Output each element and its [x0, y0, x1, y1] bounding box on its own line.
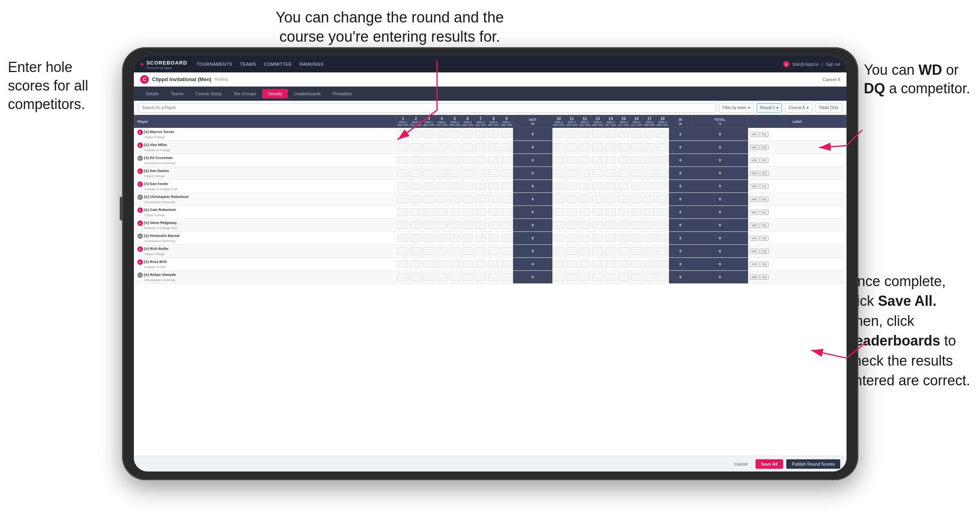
wd-button[interactable]: WD [750, 197, 759, 202]
score-input[interactable] [501, 234, 512, 242]
hole-11-score[interactable] [565, 167, 578, 180]
wd-button[interactable]: WD [750, 171, 759, 176]
score-input[interactable] [410, 169, 421, 177]
hole-11-score[interactable] [565, 128, 578, 141]
hole-18-score[interactable] [656, 180, 669, 193]
hole-16-score[interactable] [630, 206, 643, 219]
hole-9-score[interactable] [500, 154, 513, 167]
cancel-action-button[interactable]: Cancel [730, 459, 752, 469]
wd-button[interactable]: WD [750, 158, 759, 163]
hole-12-score[interactable] [578, 258, 591, 271]
score-input[interactable] [397, 143, 408, 151]
score-input[interactable] [618, 169, 629, 177]
hole-10-score[interactable] [552, 141, 565, 154]
score-input[interactable] [592, 273, 603, 281]
score-input[interactable] [553, 221, 564, 229]
score-input[interactable] [436, 130, 447, 138]
score-input[interactable] [657, 247, 668, 255]
score-input[interactable] [397, 130, 408, 138]
score-input[interactable] [657, 260, 668, 268]
nav-committee[interactable]: COMMITTEE [264, 62, 292, 67]
hole-3-score[interactable] [422, 180, 435, 193]
hole-17-score[interactable] [643, 206, 656, 219]
score-input[interactable] [644, 273, 655, 281]
hole-7-score[interactable] [474, 167, 487, 180]
hole-16-score[interactable] [630, 180, 643, 193]
score-input[interactable] [462, 221, 473, 229]
hole-15-score[interactable] [617, 154, 630, 167]
score-input[interactable] [618, 143, 629, 151]
hole-3-score[interactable] [422, 193, 435, 206]
score-input[interactable] [488, 169, 499, 177]
score-input[interactable] [423, 195, 434, 203]
hole-9-score[interactable] [500, 193, 513, 206]
score-input[interactable] [488, 208, 499, 216]
score-input[interactable] [501, 273, 512, 281]
hole-10-score[interactable] [552, 219, 565, 232]
score-input[interactable] [644, 234, 655, 242]
score-input[interactable] [449, 221, 460, 229]
hole-17-score[interactable] [643, 141, 656, 154]
hole-12-score[interactable] [578, 128, 591, 141]
hole-4-score[interactable] [435, 167, 448, 180]
hole-17-score[interactable] [643, 180, 656, 193]
dq-button[interactable]: DQ [760, 262, 769, 267]
score-input[interactable] [475, 260, 486, 268]
hole-8-score[interactable] [487, 206, 500, 219]
hole-14-score[interactable] [604, 141, 617, 154]
dq-button[interactable]: DQ [760, 275, 769, 280]
score-input[interactable] [579, 156, 590, 164]
hole-9-score[interactable] [500, 271, 513, 284]
score-input[interactable] [436, 221, 447, 229]
score-input[interactable] [501, 260, 512, 268]
hole-13-score[interactable] [591, 232, 604, 245]
wd-button[interactable]: WD [750, 184, 759, 189]
score-input[interactable] [488, 130, 499, 138]
score-input[interactable] [566, 234, 577, 242]
score-input[interactable] [488, 143, 499, 151]
score-input[interactable] [631, 208, 642, 216]
score-input[interactable] [488, 195, 499, 203]
score-input[interactable] [631, 273, 642, 281]
score-input[interactable] [644, 260, 655, 268]
score-input[interactable] [566, 247, 577, 255]
tab-details[interactable]: Details [140, 89, 165, 98]
hole-10-score[interactable] [552, 258, 565, 271]
hole-14-score[interactable] [604, 258, 617, 271]
score-input[interactable] [605, 260, 616, 268]
score-input[interactable] [397, 156, 408, 164]
dq-button[interactable]: DQ [760, 171, 769, 176]
score-input[interactable] [410, 247, 421, 255]
hole-13-score[interactable] [591, 245, 604, 258]
hole-10-score[interactable] [552, 271, 565, 284]
hole-17-score[interactable] [643, 154, 656, 167]
score-input[interactable] [423, 234, 434, 242]
score-input[interactable] [618, 221, 629, 229]
score-input[interactable] [449, 208, 460, 216]
hole-2-score[interactable] [409, 206, 422, 219]
dq-button[interactable]: DQ [760, 249, 769, 254]
hole-8-score[interactable] [487, 180, 500, 193]
hole-7-score[interactable] [474, 206, 487, 219]
hole-1-score[interactable] [396, 128, 409, 141]
hole-6-score[interactable] [461, 167, 474, 180]
score-input[interactable] [592, 195, 603, 203]
hole-10-score[interactable] [552, 245, 565, 258]
score-input[interactable] [410, 130, 421, 138]
hole-9-score[interactable] [500, 128, 513, 141]
hole-8-score[interactable] [487, 245, 500, 258]
hole-5-score[interactable] [448, 141, 461, 154]
score-input[interactable] [501, 208, 512, 216]
hole-16-score[interactable] [630, 271, 643, 284]
hole-10-score[interactable] [552, 154, 565, 167]
score-input[interactable] [657, 143, 668, 151]
hole-18-score[interactable] [656, 154, 669, 167]
hole-13-score[interactable] [591, 258, 604, 271]
score-input[interactable] [592, 143, 603, 151]
wd-button[interactable]: WD [750, 236, 759, 241]
score-input[interactable] [410, 195, 421, 203]
score-input[interactable] [397, 208, 408, 216]
hole-1-score[interactable] [396, 245, 409, 258]
wd-button[interactable]: WD [750, 223, 759, 228]
score-input[interactable] [605, 247, 616, 255]
